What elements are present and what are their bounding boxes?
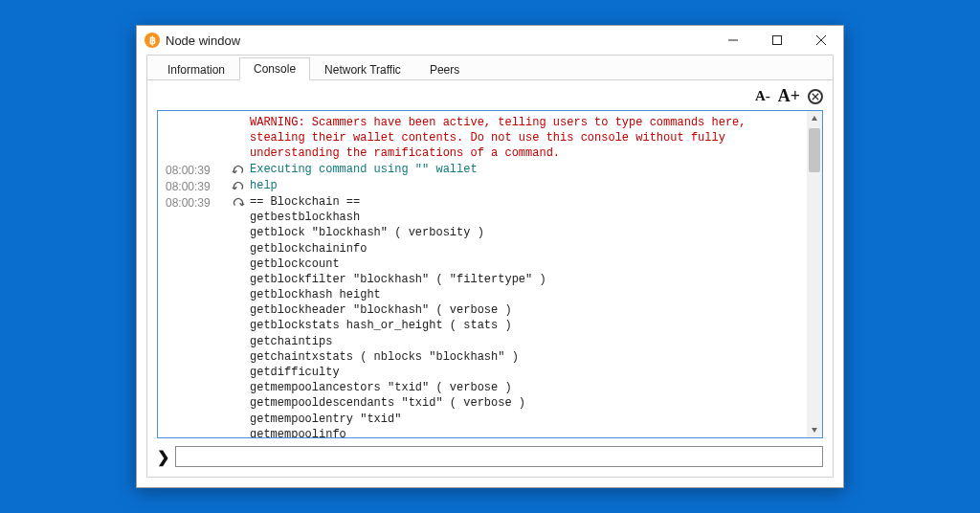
font-decrease-button[interactable]: A- [755,88,770,104]
console-message: == Blockchain == getbestblockhash getblo… [250,194,805,437]
minimize-button[interactable] [711,26,755,55]
console-warning: WARNING: Scammers have been active, tell… [250,115,805,162]
console-warning-row: WARNING: Scammers have been active, tell… [166,115,805,162]
console-input-row: ❯ [157,446,823,467]
console-toolbar: A- A+ [147,80,833,110]
console-row: 08:00:39 help [166,178,805,194]
tab-information[interactable]: Information [153,58,239,80]
tab-bar: Information Console Network Traffic Peer… [147,56,833,80]
bitcoin-icon: ฿ [145,33,160,48]
node-window: ฿ Node window Information Console Networ… [136,25,844,488]
console-row: 08:00:39 == Blockchain == getbestblockha… [166,194,805,437]
timestamp: 08:00:39 [166,194,227,211]
font-increase-button[interactable]: A+ [778,86,800,106]
console-row: 08:00:39 Executing command using "" wall… [166,162,805,178]
scrollbar-track[interactable] [807,126,822,422]
console-scroll-area[interactable]: WARNING: Scammers have been active, tell… [158,111,822,437]
svg-rect-1 [773,36,782,45]
console-output: WARNING: Scammers have been active, tell… [157,110,823,438]
arrow-out-icon [227,162,250,177]
console-message: Executing command using "" wallet [250,162,805,177]
scroll-up-icon[interactable] [807,111,822,126]
console-message: help [250,178,805,193]
timestamp: 08:00:39 [166,178,227,194]
vertical-scrollbar[interactable] [807,111,822,437]
clear-console-button[interactable] [808,89,823,104]
console-input[interactable] [175,446,823,467]
arrow-out-icon [227,178,250,193]
maximize-button[interactable] [755,26,799,55]
arrow-in-icon [227,194,250,210]
tab-network-traffic[interactable]: Network Traffic [310,58,415,80]
close-button[interactable] [799,26,843,55]
window-body: Information Console Network Traffic Peer… [146,55,834,478]
scrollbar-thumb[interactable] [809,128,820,172]
window-title: Node window [166,33,240,48]
titlebar: ฿ Node window [137,26,843,55]
timestamp: 08:00:39 [166,162,227,178]
scroll-down-icon[interactable] [807,422,822,437]
tab-peers[interactable]: Peers [415,58,474,80]
tab-console[interactable]: Console [239,57,310,80]
prompt-icon: ❯ [157,448,169,466]
